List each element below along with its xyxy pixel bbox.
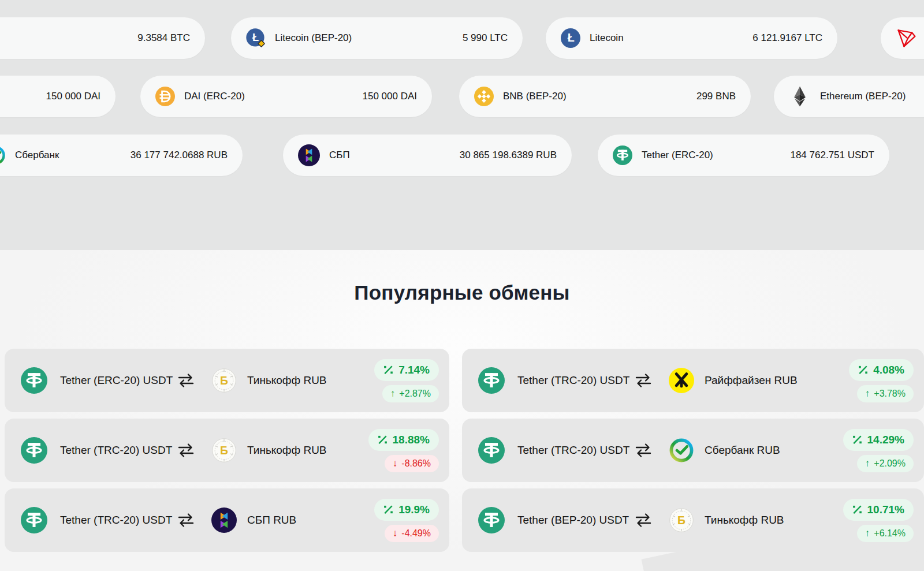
sberbank-icon	[669, 438, 694, 463]
sbp-icon	[298, 144, 320, 166]
swap-icon	[177, 372, 195, 389]
reserve-pill-dai-cut[interactable]: 150 000 DAI	[0, 76, 116, 117]
tether-icon	[478, 507, 505, 533]
percent-icon	[852, 505, 862, 514]
exchange-card-usdt-bep20-tinkoff[interactable]: Tether (BEP-20) USDT Тинькофф RUB 10.71%…	[462, 488, 924, 552]
change-badge: ↓ -4.49%	[385, 525, 439, 542]
reserve-label: Сбербанк	[15, 150, 59, 161]
reserve-value: 184 762.751 USDT	[790, 150, 874, 161]
reserve-pill-bitcoin[interactable]: 9.3584 BTC	[0, 17, 205, 59]
change-value: -4.49%	[401, 528, 431, 539]
rate-badge: 10.71%	[843, 499, 914, 521]
from-currency-label: Tether (TRC-20) USDT	[60, 444, 172, 457]
change-badge: ↓ -8.86%	[385, 455, 439, 472]
exchange-card-usdt-trc20-sberbank[interactable]: Tether (TRC-20) USDT Сбербанк RUB 14.29%…	[462, 419, 924, 482]
reserve-pill-sbp[interactable]: СБП 30 865 198.6389 RUB	[283, 135, 572, 176]
reserve-pill-tether-erc20[interactable]: Tether (ERC-20) 184 762.751 USDT	[598, 135, 889, 176]
exchange-card-usdt-trc20-tinkoff[interactable]: Tether (TRC-20) USDT Тинькофф RUB 18.88%…	[5, 419, 449, 482]
ethereum-icon	[789, 85, 811, 107]
reserve-value: 150 000 DAI	[362, 91, 417, 102]
percent-icon	[383, 505, 393, 514]
reserve-value: 299 BNB	[696, 91, 736, 102]
up-arrow-icon: ↑	[865, 389, 870, 398]
to-currency-label: Тинькофф RUB	[705, 514, 784, 527]
reserve-label: Ethereum (BEP-20)	[820, 91, 906, 102]
tinkoff-icon	[669, 507, 694, 533]
swap-icon	[634, 372, 653, 389]
swap-icon	[177, 512, 195, 528]
tether-icon	[21, 367, 47, 394]
reserve-label: BNB (BEP-20)	[503, 91, 567, 102]
reserve-pill-litecoin-bep20[interactable]: Litecoin (BEP-20) 5 990 LTC	[231, 17, 523, 59]
tether-icon	[21, 507, 47, 533]
percent-icon	[858, 365, 868, 375]
raiffeisen-icon	[669, 368, 694, 393]
tether-icon	[478, 367, 505, 394]
rate-value: 7.14%	[398, 364, 430, 376]
reserve-pill-tron[interactable]	[881, 17, 924, 59]
exchange-card-usdt-trc20-sbp[interactable]: Tether (TRC-20) USDT СБП RUB 19.9% ↓ -4.…	[5, 488, 449, 552]
reserve-pill-ethereum[interactable]: Ethereum (BEP-20)	[774, 76, 924, 117]
change-badge: ↑ +3.78%	[857, 385, 914, 402]
change-value: -8.86%	[401, 458, 431, 469]
up-arrow-icon: ↑	[865, 528, 870, 538]
up-arrow-icon: ↑	[865, 458, 870, 468]
change-value: +2.87%	[399, 389, 431, 399]
swap-icon	[634, 512, 653, 528]
reserve-value: 9.3584 BTC	[137, 32, 190, 44]
change-value: +6.14%	[874, 528, 906, 539]
swap-icon	[634, 442, 653, 458]
sbp-icon	[211, 507, 237, 533]
tinkoff-icon	[211, 368, 237, 393]
reserve-label: Litecoin	[590, 32, 624, 44]
reserve-label: Tether (ERC-20)	[642, 150, 713, 161]
reserves-section: 9.3584 BTC Litecoin (BEP-20) 5 990 LTC L…	[0, 0, 924, 250]
rate-badge: 7.14%	[374, 359, 439, 381]
reserve-value: 150 000 DAI	[46, 91, 100, 102]
litecoin-icon	[561, 28, 580, 48]
reserve-pill-litecoin[interactable]: Litecoin 6 121.9167 LTC	[546, 17, 837, 59]
to-currency-label: Райффайзен RUB	[705, 374, 798, 387]
reserve-label: DAI (ERC-20)	[184, 91, 245, 102]
reserve-value: 36 177 742.0688 RUB	[131, 150, 228, 161]
from-currency-label: Tether (TRC-20) USDT	[517, 374, 629, 387]
percent-icon	[852, 435, 862, 445]
reserve-label: Litecoin (BEP-20)	[275, 32, 352, 44]
to-currency-label: Тинькофф RUB	[247, 444, 327, 457]
tether-icon	[478, 437, 505, 464]
down-arrow-icon: ↓	[393, 528, 398, 538]
to-currency-label: Тинькофф RUB	[247, 374, 327, 387]
reserve-pill-sberbank[interactable]: Сбербанк 36 177 742.0688 RUB	[0, 135, 243, 176]
rate-value: 18.88%	[393, 434, 430, 446]
to-currency-label: СБП RUB	[247, 514, 296, 527]
reserve-pill-bnb[interactable]: BNB (BEP-20) 299 BNB	[459, 76, 751, 117]
tinkoff-icon	[211, 438, 237, 463]
rate-value: 10.71%	[867, 503, 904, 516]
exchange-card-usdt-trc20-raiffeisen[interactable]: Tether (TRC-20) USDT Райффайзен RUB 4.08…	[462, 349, 924, 412]
change-badge: ↑ +2.09%	[857, 455, 914, 472]
rate-badge: 4.08%	[849, 359, 914, 381]
change-badge: ↑ +2.87%	[382, 385, 439, 402]
reserve-pill-dai[interactable]: DAI (ERC-20) 150 000 DAI	[140, 76, 432, 117]
reserve-value: 5 990 LTC	[463, 32, 508, 44]
tether-icon	[613, 145, 632, 165]
bnb-icon	[474, 87, 494, 106]
down-arrow-icon: ↓	[393, 458, 398, 468]
reserve-label: СБП	[329, 150, 350, 161]
change-value: +2.09%	[874, 458, 906, 469]
rate-badge: 19.9%	[374, 499, 439, 521]
sberbank-icon	[0, 145, 6, 165]
dai-icon	[155, 87, 175, 106]
percent-icon	[378, 435, 388, 445]
from-currency-label: Tether (TRC-20) USDT	[517, 444, 629, 457]
change-badge: ↑ +6.14%	[857, 525, 914, 542]
litecoin-bep20-icon	[246, 28, 266, 48]
rate-value: 4.08%	[873, 364, 904, 376]
reserve-value: 6 121.9167 LTC	[752, 32, 822, 44]
to-currency-label: Сбербанк RUB	[705, 444, 780, 457]
exchange-card-usdt-erc20-tinkoff[interactable]: Tether (ERC-20) USDT Тинькофф RUB 7.14% …	[5, 349, 449, 412]
rate-value: 14.29%	[867, 434, 904, 446]
tron-icon	[896, 27, 918, 49]
from-currency-label: Tether (BEP-20) USDT	[517, 514, 629, 527]
change-value: +3.78%	[874, 389, 906, 399]
